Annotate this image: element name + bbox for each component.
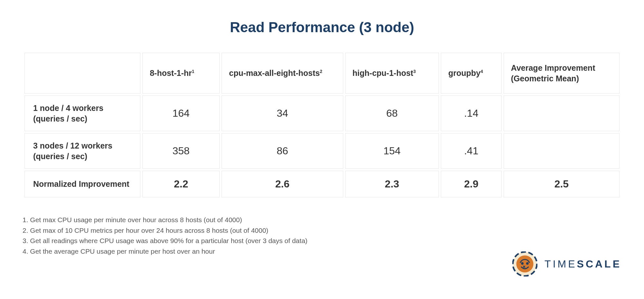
cell: [504, 133, 620, 169]
column-header-avg-improvement: Average Improvement (Geometric Mean): [504, 53, 620, 94]
chart-title: Read Performance (3 node): [23, 19, 621, 35]
table-row: Normalized Improvement 2.2 2.6 2.3 2.9 2…: [24, 171, 620, 197]
cell: 358: [142, 133, 220, 169]
column-header-groupby: groupby4: [441, 53, 502, 94]
cell: 2.9: [441, 171, 502, 197]
table-row: 1 node / 4 workers (queries / sec) 164 3…: [24, 95, 620, 131]
cell: 34: [222, 95, 343, 131]
row-label: 3 nodes / 12 workers (queries / sec): [24, 133, 140, 169]
cell: [504, 95, 620, 131]
column-header-8-host-1-hr: 8-host-1-hr1: [142, 53, 220, 94]
column-header-cpu-max-all-eight-hosts: cpu-max-all-eight-hosts2: [222, 53, 343, 94]
footnote-3: 3. Get all readings where CPU usage was …: [23, 236, 621, 246]
row-label: Normalized Improvement: [24, 171, 140, 197]
footnote-2: 2. Get max of 10 CPU metrics per hour ov…: [23, 225, 621, 236]
column-header-rowlabel: [24, 53, 140, 94]
cell: 2.5: [504, 171, 620, 197]
row-label: 1 node / 4 workers (queries / sec): [24, 95, 140, 131]
brand: TIMESCALE: [512, 251, 621, 276]
table-wrap: 8-host-1-hr1 cpu-max-all-eight-hosts2 hi…: [23, 51, 621, 199]
svg-point-3: [521, 262, 524, 265]
brand-name: TIMESCALE: [545, 258, 621, 270]
cell: .41: [441, 133, 502, 169]
footnote-1: 1. Get max CPU usage per minute over hou…: [23, 215, 621, 225]
footnotes: 1. Get max CPU usage per minute over hou…: [23, 215, 621, 257]
svg-point-2: [516, 255, 534, 272]
cell: 2.6: [222, 171, 343, 197]
cell: 86: [222, 133, 343, 169]
cell: 154: [345, 133, 439, 169]
cell: 2.2: [142, 171, 220, 197]
svg-point-4: [526, 262, 529, 265]
cell: 164: [142, 95, 220, 131]
table-header-row: 8-host-1-hr1 cpu-max-all-eight-hosts2 hi…: [24, 53, 620, 94]
chart-container: Read Performance (3 node) 8-host-1-hr1 c…: [0, 0, 644, 269]
performance-table: 8-host-1-hr1 cpu-max-all-eight-hosts2 hi…: [23, 51, 621, 199]
table-row: 3 nodes / 12 workers (queries / sec) 358…: [24, 133, 620, 169]
cell: .14: [441, 95, 502, 131]
cell: 68: [345, 95, 439, 131]
cell: 2.3: [345, 171, 439, 197]
timescale-logo-icon: [512, 251, 537, 276]
column-header-high-cpu-1-host: high-cpu-1-host3: [345, 53, 439, 94]
